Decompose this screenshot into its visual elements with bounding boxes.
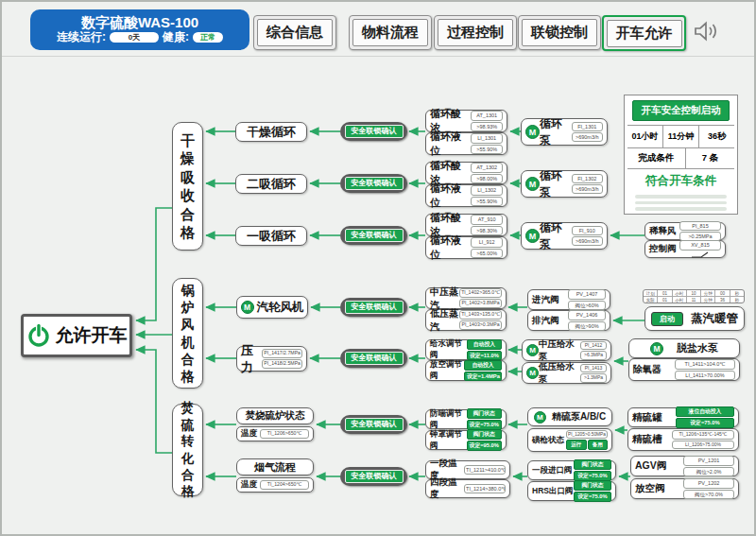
- valve-icon: [691, 251, 710, 258]
- tag-value: PI_1412: [580, 341, 607, 351]
- motor-icon: M: [526, 367, 539, 379]
- steam-warming-unit: 启动 蒸汽暖管: [644, 306, 745, 331]
- startup-safety-control-button[interactable]: 开车安全控制启动: [632, 100, 730, 121]
- status-badge: 阀门状态: [574, 480, 611, 491]
- interlock-confirm-button-7[interactable]: 安全联锁确认: [340, 467, 407, 486]
- interlock-confirm-button-3[interactable]: 安全联锁确认: [340, 226, 407, 245]
- agv-valve: AGV阀 PV_1201 阀位>2.0%: [630, 456, 739, 476]
- loop-name-second: 二吸循环: [235, 174, 307, 194]
- tag-value: >55.90%: [471, 145, 503, 154]
- interlock-confirm-button-1[interactable]: 安全联锁确认: [340, 122, 407, 141]
- tag-value: >98.30%: [471, 226, 503, 235]
- acid-level-dry: 循环液位 LI_1301 >55.90%: [425, 132, 507, 155]
- tag-value: PI_1402>3.8MPa: [459, 299, 502, 308]
- status-badge: 设定=75.0%: [467, 420, 502, 430]
- tag-value: >1.3MPa: [580, 373, 607, 383]
- mp-feed-pump: M 中压给水泵 PI_1412 >6.3MPa: [522, 339, 611, 361]
- tag-value: AT_1302: [471, 163, 503, 172]
- tag-value: TI_1211>410.0℃: [464, 465, 506, 475]
- status-badge: 设定=95.0%: [467, 441, 502, 451]
- turbine-blower: M 汽轮风机: [236, 296, 308, 319]
- tag-value: FI_1301: [572, 122, 604, 131]
- tab-process-control[interactable]: 过程控制: [434, 15, 517, 50]
- tag-value: LI_912: [471, 237, 503, 247]
- tag-value: TI_1411>104.0℃: [675, 359, 735, 369]
- status-badge: 设定=1.4MPa: [464, 372, 502, 382]
- tag-value: TI_1206>135℃-145℃: [672, 430, 734, 440]
- tag-value: LI_1411>70.00%: [675, 371, 735, 380]
- tag-value: 阀位>60%: [568, 301, 606, 310]
- deaerator: 除氧器 TI_1411>104.0℃ LI_1411>70.00%: [628, 358, 740, 381]
- anti-surge-valve: 防喘调节阀 阀门状态 设定=75.0%: [425, 409, 507, 429]
- flue-temp: 温度 TI_1204>650℃: [236, 477, 314, 493]
- motor-icon: M: [241, 301, 254, 314]
- tab-overview[interactable]: 综合信息: [253, 15, 336, 50]
- dilution-air: 稀释风 PI_815 >0.25MPa: [644, 222, 726, 240]
- tag-value: FI_910: [572, 226, 604, 235]
- tag-value: PI_1205>0.50MPa: [566, 430, 608, 439]
- furnace-status: 焚烧硫炉状态: [236, 407, 314, 424]
- motor-icon: M: [525, 177, 540, 191]
- runtime-label: 连续运行:: [57, 30, 106, 43]
- vent-valve: 放空阀 PV_1202 阀位>70.0%: [630, 478, 739, 499]
- interlock-confirm-button-5[interactable]: 安全联锁确认: [340, 349, 407, 368]
- tag-value: >98.00%: [471, 174, 503, 183]
- vent-control-valve: 放空调节阀 自动投入 设定=1.4MPa: [425, 360, 507, 381]
- group-sulfur-convert: 焚硫转化合格: [172, 404, 203, 496]
- tag-value: LI_1301: [471, 133, 503, 143]
- motor-icon: M: [534, 411, 546, 424]
- interlock-confirm-button-6[interactable]: 安全联锁确认: [340, 415, 407, 434]
- tab-material-flow[interactable]: 物料流程: [349, 15, 432, 50]
- runtime-value: 0天: [110, 32, 159, 43]
- hrs-outlet-valve: HRS出口阀 阀门状态 设定=75.0%: [527, 481, 616, 501]
- pump-first: M 循环泵 FI_910 >690m3/h: [521, 222, 608, 250]
- speaker-icon[interactable]: [693, 19, 721, 47]
- condition-list-line: [635, 195, 727, 199]
- tag-value: LI_1302: [471, 185, 503, 195]
- status-badge: 设定=75.0%: [574, 492, 611, 502]
- tag-value: TI_1402>365.0℃: [459, 288, 502, 298]
- condition-list-line: [635, 201, 727, 205]
- tag-value: >65.00%: [471, 249, 503, 258]
- control-valve: 控制阀 XV_815: [644, 240, 726, 258]
- interlock-confirm-button-2[interactable]: 安全联锁确认: [340, 174, 407, 193]
- group-boiler-fan: 锅炉风机合格: [172, 278, 203, 389]
- sulfur-pumps: M 精硫泵A/B/C: [527, 407, 612, 426]
- permit-start-button[interactable]: 允许开车: [21, 314, 132, 357]
- health-label: 健康:: [163, 30, 189, 43]
- steam-warming-schedule: 计划01 小时10 分钟00 秒 实际01 小时11 分钟36 秒: [643, 289, 745, 303]
- tag-value: LI_1206>75.00%: [672, 441, 734, 450]
- tag-value: 阀位>70.0%: [683, 490, 734, 499]
- elapsed-minutes: 11分钟: [663, 126, 699, 147]
- tag-value: >690m3/h: [572, 236, 604, 246]
- status-badge: 自动投入: [464, 360, 502, 371]
- tab-interlock-control[interactable]: 联锁控制: [518, 15, 601, 50]
- acid-level-second: 循环液位 LI_1302 >55.90%: [425, 184, 507, 207]
- stage1-inlet-valve: 一段进口阀 阀门状态 设定=75.0%: [527, 460, 616, 480]
- bell-control-valve: 钟罩调节阀 阀门状态 设定=95.0%: [425, 430, 507, 450]
- steam-inlet-valve: 进汽阀 PV_1407 阀位>60%: [527, 289, 610, 310]
- tab-startup-permit[interactable]: 开车允许: [602, 15, 686, 51]
- tag-value: PI_815: [679, 221, 721, 231]
- tag-value: PV_1202: [683, 478, 734, 488]
- tag-value: >690m3/h: [572, 132, 604, 142]
- status-badge: 备用: [588, 440, 609, 449]
- tag-value: FI_1302: [572, 174, 604, 183]
- tag-value: XV_815: [679, 240, 721, 250]
- steam-warming-start-button[interactable]: 启动: [651, 312, 683, 326]
- hmi-screen: 数字硫酸WAS-100 连续运行: 0天 健康: 正常 综合信息 物料流程 过程…: [0, 0, 756, 536]
- furnace-temp: 温度 TI_1206>650℃: [236, 426, 314, 441]
- status-badge: 液位自动投入: [676, 406, 734, 417]
- interlock-confirm-button-4[interactable]: 安全联锁确认: [340, 298, 407, 317]
- tag-value: PI_1417/2.7MPa: [262, 349, 302, 358]
- startup-condition-status: 符合开车条件: [627, 169, 734, 192]
- desalt-water-pump: M 脱盐水泵: [628, 338, 740, 358]
- tag-value: PI_1413: [580, 364, 607, 373]
- completed-conditions-count: 7 条: [686, 148, 734, 168]
- motor-icon: M: [525, 229, 540, 243]
- permit-start-label: 允许开车: [56, 323, 128, 348]
- tag-value: TI_1206>650℃: [260, 429, 309, 439]
- motor-icon: M: [650, 342, 663, 355]
- tag-value: PI_1403>0.3MPa: [459, 320, 502, 330]
- lp-steam: 低压蒸汽 TI_1403>135.0℃ PI_1403>0.3MPa: [425, 309, 507, 331]
